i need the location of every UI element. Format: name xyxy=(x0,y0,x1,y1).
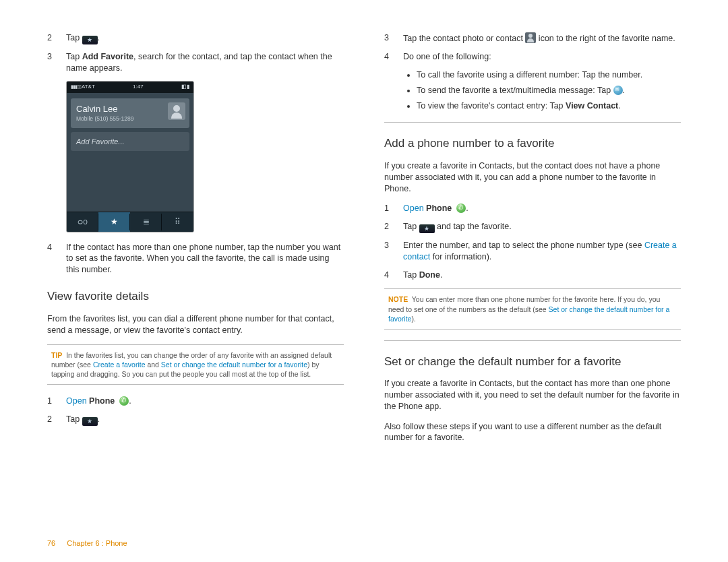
contact-card: Calvin Lee Mobile (510) 555-1289 xyxy=(71,98,189,128)
tab-voicemail: ᴑo xyxy=(67,212,98,231)
view-step-1: 1 Open Phone . xyxy=(47,396,344,407)
view-step-2: 2 Tap . xyxy=(47,414,344,426)
r-step-4: 4 Do one of the following: xyxy=(384,51,681,63)
set-p2: Also follow these steps if you want to u… xyxy=(384,421,681,444)
divider xyxy=(384,340,681,341)
right-column: 3 Tap the contact photo or contact icon … xyxy=(384,32,681,531)
add-step-1: 1 Open Phone . xyxy=(384,203,681,214)
set-p1: If you create a favorite in Contacts, bu… xyxy=(384,378,681,412)
add-favorite-row: Add Favorite... xyxy=(71,132,189,152)
bottom-tabs: ᴑo ★ ≣ ⠿ xyxy=(67,212,193,231)
sms-icon xyxy=(613,86,623,95)
link-set-default[interactable]: Set or change the default number for a f… xyxy=(161,361,307,369)
r-step-3: 3 Tap the contact photo or contact icon … xyxy=(384,32,681,44)
note-callout: NOTE You can enter more than one phone n… xyxy=(384,288,681,330)
phone-icon xyxy=(119,396,129,406)
step-4: 4 If the contact has more than one phone… xyxy=(47,242,344,276)
phone-icon xyxy=(456,204,466,213)
divider xyxy=(384,122,681,123)
heading-set-default: Set or change the default number for a f… xyxy=(384,354,681,370)
heading-view-favorite: View favorite details xyxy=(47,289,344,305)
add-step-4: 4 Tap Done. xyxy=(384,270,681,281)
heading-add-number: Add a phone number to a favorite xyxy=(384,136,681,152)
phone-screenshot: AT&T 1:47 Calvin Lee Mobile (510) 555-12… xyxy=(66,81,194,232)
tab-favorites: ★ xyxy=(98,212,130,231)
step-2: 2 Tap . xyxy=(47,32,344,44)
link-open[interactable]: Open xyxy=(66,396,87,406)
tab-dialpad: ⠿ xyxy=(162,212,193,231)
add-step-3: 3 Enter the number, and tap to select th… xyxy=(384,240,681,263)
tab-list: ≣ xyxy=(130,212,162,231)
page-footer: 76 Chapter 6 : Phone xyxy=(47,539,127,547)
add-intro: If you create a favorite in Contacts, bu… xyxy=(384,160,681,195)
avatar-icon xyxy=(168,102,185,120)
step-3: 3 Tap Add Favorite, search for the conta… xyxy=(47,51,344,74)
star-icon xyxy=(82,417,98,426)
tip-callout: TIP In the favorites list, you can chang… xyxy=(47,344,344,385)
contact-icon xyxy=(525,32,536,43)
view-intro: From the favorites list, you can dial a … xyxy=(47,313,344,336)
star-icon xyxy=(82,36,98,44)
link-open[interactable]: Open xyxy=(403,204,424,213)
status-bar: AT&T 1:47 xyxy=(67,82,193,93)
add-step-2: 2 Tap and tap the favorite. xyxy=(384,221,681,233)
left-column: 2 Tap . 3 Tap Add Favorite, search for t… xyxy=(47,32,344,531)
link-create-favorite[interactable]: Create a favorite xyxy=(93,361,146,369)
star-icon xyxy=(419,224,435,233)
options-list: To call the favorite using a different n… xyxy=(403,69,681,112)
